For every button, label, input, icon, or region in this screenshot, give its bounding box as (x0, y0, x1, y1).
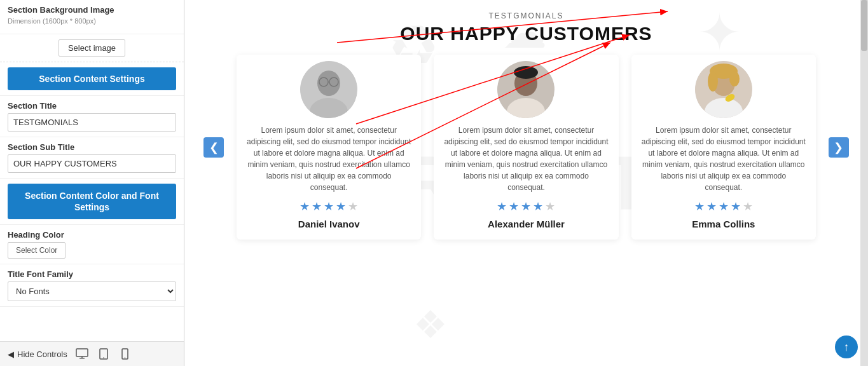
title-font-label: Title Font Family (8, 269, 176, 279)
star-3-1: ★ (694, 200, 705, 214)
avatar-2 (497, 61, 555, 118)
section-subtitle-row: Section Sub Title (0, 137, 184, 179)
testimonials-row: ❮ Lorem i (203, 55, 849, 240)
star-2-1: ★ (497, 200, 507, 214)
star-2-2: ★ (509, 200, 519, 214)
hide-controls-label: Hide Controls (17, 349, 67, 359)
star-1-1: ★ (300, 200, 310, 214)
testimonial-card-2: Lorem ipsum dolor sit amet, consectetur … (434, 55, 618, 240)
section-subtitle-label: Section Sub Title (8, 142, 176, 152)
star-2-4: ★ (533, 200, 543, 214)
testimonial-card-3: Lorem ipsum dolor sit amet, consectetur … (631, 55, 816, 240)
select-image-row: Select image (0, 34, 184, 62)
star-1-5: ★ (348, 200, 358, 214)
section-main-title: OUR HAPPY CUSTOMERS (400, 23, 652, 44)
preview-content: TESTGMONIALS OUR HAPPY CUSTOMERS ❮ (184, 0, 868, 366)
avatar-1 (300, 61, 357, 118)
color-font-settings-row: Section Content Color and Font Settings (0, 179, 184, 225)
star-3-4: ★ (731, 200, 741, 214)
bg-image-section: Section Background Image Dimension (1600… (0, 0, 184, 34)
section-title-label: Section Title (8, 101, 176, 111)
scrollbar-thumb[interactable] (861, 0, 867, 51)
section-title-input[interactable] (8, 113, 176, 132)
testimonial-text-3: Lorem ipsum dolor sit amet, consectetur … (642, 125, 806, 193)
testimonial-text-1: Lorem ipsum dolor sit amet, consectetur … (247, 125, 411, 193)
tablet-icon[interactable] (97, 347, 111, 361)
preview-inner: GROWTH ♻ ☁ ✦ ❖ TESTGMONIALS OUR HAPPY CU… (184, 0, 868, 366)
prev-icon: ❮ (209, 140, 219, 154)
heading-color-label: Heading Color (8, 230, 176, 240)
desktop-icon[interactable] (75, 347, 89, 361)
scrollbar-track[interactable] (860, 0, 868, 366)
panel-bottom-bar: ◀ Hide Controls (0, 341, 184, 366)
svg-point-4 (103, 357, 104, 358)
star-2-5: ★ (545, 200, 555, 214)
font-family-select[interactable]: No Fonts (8, 281, 176, 301)
svg-point-12 (317, 71, 340, 96)
stars-row-3: ★ ★ ★ ★ ★ (694, 200, 753, 214)
svg-rect-1 (79, 358, 85, 359)
star-1-3: ★ (324, 200, 334, 214)
star-1-4: ★ (336, 200, 346, 214)
hide-controls-button[interactable]: ◀ Hide Controls (8, 349, 67, 359)
select-image-button[interactable]: Select image (59, 39, 125, 57)
section-tag: TESTGMONIALS (488, 11, 563, 20)
svg-point-6 (125, 357, 125, 358)
customer-name-2: Alexander Müller (488, 219, 565, 229)
testimonial-card-1: Lorem ipsum dolor sit amet, consectetur … (237, 55, 421, 240)
section-subtitle-input[interactable] (8, 154, 176, 173)
section-title-row: Section Title (0, 96, 184, 137)
prev-nav-button[interactable]: ❮ (203, 137, 224, 158)
next-nav-button[interactable]: ❯ (829, 137, 849, 158)
star-1-2: ★ (312, 200, 322, 214)
testimonial-text-2: Lorem ipsum dolor sit amet, consectetur … (444, 125, 608, 193)
font-family-row: Title Font Family No Fonts (0, 264, 184, 307)
customer-name-1: Daniel Ivanov (298, 219, 360, 229)
svg-point-25 (708, 71, 718, 92)
bg-image-dimension: Dimension (1600px * 800px) (8, 17, 176, 25)
select-color-button[interactable]: Select Color (8, 242, 65, 259)
avatar-3 (695, 61, 752, 118)
left-panel: Section Background Image Dimension (1600… (0, 0, 184, 366)
section-content-settings-row: Section Content Settings (0, 62, 184, 96)
svg-point-20 (514, 66, 538, 79)
bg-image-label: Section Background Image (8, 5, 176, 15)
stars-row-2: ★ ★ ★ ★ ★ (497, 200, 555, 214)
star-3-5: ★ (743, 200, 753, 214)
svg-rect-0 (76, 349, 88, 356)
stars-row-1: ★ ★ ★ ★ ★ (300, 200, 358, 214)
customer-name-3: Emma Collins (692, 219, 755, 229)
heading-color-row: Heading Color Select Color (0, 225, 184, 264)
preview-area: GROWTH ♻ ☁ ✦ ❖ TESTGMONIALS OUR HAPPY CU… (184, 0, 868, 366)
mobile-icon[interactable] (118, 347, 132, 361)
color-font-settings-button[interactable]: Section Content Color and Font Settings (8, 184, 176, 219)
arrow-left-icon: ◀ (8, 349, 14, 359)
section-content-settings-button[interactable]: Section Content Settings (8, 67, 176, 90)
next-icon: ❯ (834, 140, 843, 154)
star-3-2: ★ (706, 200, 717, 214)
star-2-3: ★ (521, 200, 531, 214)
star-3-3: ★ (719, 200, 729, 214)
svg-point-26 (729, 71, 740, 86)
